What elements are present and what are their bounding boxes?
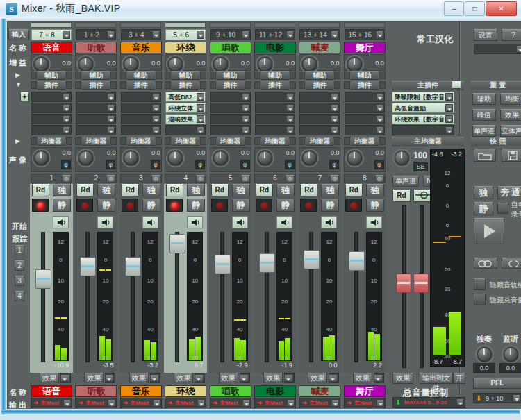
channel-fader-track[interactable] [220,232,224,362]
channel-eq-header[interactable]: 均衡器 [172,137,199,146]
channel-plugin-left-box[interactable] [344,81,350,89]
track-button-3[interactable]: 3 [15,276,24,286]
channel-input-select[interactable]: 15 + 16 [345,29,385,40]
channel-pan-knob[interactable] [34,151,49,165]
channel-monitor-button[interactable] [97,216,113,228]
channel-plugin-header[interactable]: 插件 [38,81,65,90]
chevron-down-icon[interactable] [197,115,204,123]
monitor-knob[interactable] [504,347,518,362]
channel-record-led[interactable] [256,199,272,212]
add-plugin-button[interactable]: + [20,92,29,101]
master-plugin-enable[interactable] [452,81,461,89]
channel-eq-left-box[interactable] [120,137,126,145]
channel-fx-select[interactable] [105,373,115,383]
chevron-down-icon[interactable] [331,399,339,407]
channel-plugin-header[interactable]: 插件 [217,81,245,90]
channel-phase-button[interactable]: φ [151,160,160,169]
master-rd-button[interactable]: Rd [392,190,411,202]
channel-plugin-slot-2[interactable] [121,103,161,113]
channel-plugin-right-box[interactable] [156,81,162,89]
plugin-collapse-toggle[interactable]: ▼ [15,81,22,88]
channel-fader-handle[interactable] [80,257,96,276]
channel-eq-header[interactable]: 均衡器 [127,137,155,146]
eq-expand-toggle[interactable]: ▶ [15,137,20,144]
channel-solo-button[interactable]: 独 [232,184,250,196]
channel-aux-left-box[interactable] [165,72,171,79]
channel-record-arm-icon[interactable]: ◎ [286,175,295,183]
channel-solo-button[interactable]: 独 [276,184,295,196]
channel-record-arm-icon[interactable]: ◎ [330,175,339,183]
channel-plugin-slot-4[interactable] [76,125,116,135]
channel-fader-track[interactable] [265,232,269,362]
channel-record-led[interactable] [300,199,317,212]
channel-rd-button[interactable]: Rd [256,184,273,196]
channel-phase-button[interactable]: φ [329,160,339,169]
channel-fx-button[interactable]: 效果 [308,373,327,383]
channel-aux-right-box[interactable] [66,72,72,79]
chevron-down-icon[interactable] [242,399,250,407]
chevron-down-icon[interactable] [63,126,70,134]
channel-aux-left-box[interactable] [120,72,126,79]
channel-mute-button[interactable]: 静 [142,199,160,212]
master-se-button[interactable]: SE [413,162,428,171]
chevron-down-icon[interactable] [107,115,115,123]
channel-monitor-button[interactable] [187,216,203,228]
channel-input-select[interactable]: 3 + 4 [121,29,161,40]
chevron-down-icon[interactable] [331,115,338,123]
channel-aux-right-box[interactable] [156,72,162,79]
channel-eq-right-box[interactable] [66,137,72,145]
channel-input-select[interactable]: 9 + 10 [210,29,251,40]
channel-mute-button[interactable]: 静 [53,199,71,212]
channel-top-box[interactable] [254,22,295,28]
play-button[interactable] [474,218,504,244]
channel-pan-knob[interactable] [347,151,362,165]
channel-fader-track[interactable] [41,232,45,362]
channel-record-led[interactable] [122,199,138,212]
channel-fx-select[interactable] [195,373,205,383]
channel-fx-button[interactable]: 效果 [219,373,238,383]
chevron-down-icon[interactable] [197,93,204,101]
master-fx-button[interactable]: 效果 [392,373,413,384]
chevron-down-icon[interactable] [63,93,70,101]
chevron-down-icon[interactable] [331,104,338,112]
channel-rd-button[interactable]: Rd [122,184,139,196]
channel-plugin-left-box[interactable] [75,81,81,89]
channel-plugin-slot-1[interactable] [345,92,385,102]
channel-monitor-button[interactable] [53,216,69,228]
channel-aux-right-box[interactable] [334,72,340,79]
channel-fx-select[interactable] [284,373,295,383]
channel-eq-header[interactable]: 均衡器 [217,137,245,146]
channel-aux-left-box[interactable] [299,72,305,79]
chevron-down-icon[interactable] [376,31,383,39]
channel-eq-right-box[interactable] [156,137,162,145]
channel-aux-right-box[interactable] [290,72,296,79]
channel-eq-right-box[interactable] [379,137,386,145]
channel-fader-handle[interactable] [35,269,51,289]
channel-eq-left-box[interactable] [165,137,171,145]
chevron-down-icon[interactable] [445,126,453,134]
channel-name-label-bottom[interactable]: 电影 [254,385,296,397]
channel-plugin-right-box[interactable] [245,81,251,89]
chevron-down-icon[interactable] [242,93,249,101]
channel-aux-right-box[interactable] [379,72,386,79]
channel-name-label[interactable]: 唱歌 [210,42,251,53]
channel-mute-button[interactable]: 静 [321,199,339,212]
channel-name-label-bottom[interactable]: 喊麦 [299,385,340,397]
channel-eq-left-box[interactable] [31,137,37,145]
channel-aux-right-box[interactable] [110,72,117,79]
chevron-down-icon[interactable] [331,31,338,39]
channel-record-arm-icon[interactable]: ◎ [241,175,250,183]
channel-plugin-slot-1[interactable] [255,92,295,102]
channel-plugin-slot-1[interactable] [31,92,72,102]
snapshot-open-button[interactable] [474,149,496,162]
channel-fx-select[interactable] [150,373,160,383]
channel-plugin-slot-2[interactable] [299,103,340,113]
channel-plugin-slot-3[interactable] [76,114,116,124]
chevron-down-icon[interactable] [286,93,294,101]
channel-plugin-slot-3[interactable] [255,114,295,124]
channel-name-label-bottom[interactable]: 环绕 [165,385,206,397]
link-channels-button[interactable] [474,258,497,269]
chevron-down-icon[interactable] [377,399,384,407]
channel-output-select[interactable]: ➜ 主Mast [254,398,296,408]
channel-eq-left-box[interactable] [344,137,350,145]
